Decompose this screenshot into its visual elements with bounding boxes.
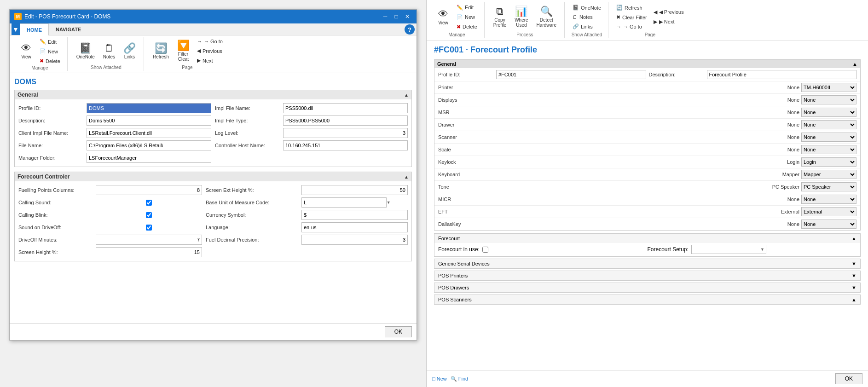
right-ribbon-page-group: 🔄 Refresh ✖ Clear Filter → → Go to ◀: [609, 2, 691, 38]
collapsible-section-0: Generic Serial Devices▼: [434, 259, 861, 269]
device-row-7: KeyboardMapperMapper: [434, 168, 860, 181]
manager-folder-input[interactable]: [87, 153, 211, 163]
sound-driveoff-checkbox[interactable]: [96, 225, 202, 231]
client-impl-input[interactable]: [87, 128, 211, 138]
maximize-button[interactable]: □: [392, 12, 401, 21]
tab-nav-back[interactable]: ▼: [12, 23, 20, 35]
device-value-9: None: [493, 196, 801, 202]
right-edit-button[interactable]: ✏️ Edit: [454, 3, 480, 12]
where-used-button[interactable]: 📊 WhereUsed: [511, 4, 531, 30]
screen-height-input[interactable]: [96, 247, 202, 257]
right-previous-button[interactable]: ◀ ◀ Previous: [651, 8, 686, 17]
device-dropdown-5[interactable]: None: [801, 145, 856, 154]
right-general-header[interactable]: General ▲: [434, 60, 860, 68]
impl-file-type-input[interactable]: [283, 116, 408, 126]
ribbon: 👁 View ✏️ Edit 📄 New ✖ Delete: [10, 35, 417, 73]
device-dropdown-4[interactable]: None: [801, 133, 856, 142]
controller-host-input[interactable]: [283, 140, 408, 150]
fuelling-columns-input[interactable]: [96, 185, 202, 195]
right-clear-filter-button[interactable]: ✖ Clear Filter: [614, 13, 649, 22]
device-dropdown-3[interactable]: None: [801, 120, 856, 129]
profile-id-input[interactable]: [87, 103, 211, 113]
collapsible-section-1: POS Printers▼: [434, 271, 861, 281]
right-notes-button[interactable]: 🗒 Notes: [570, 13, 603, 21]
impl-file-name-input[interactable]: [283, 103, 408, 113]
forecourt-setup-input[interactable]: [692, 246, 759, 253]
right-delete-button[interactable]: ✖ Delete: [454, 23, 480, 31]
links-button[interactable]: 🔗 Links: [120, 41, 139, 62]
device-value-2: None: [493, 110, 801, 115]
collapsible-header-1[interactable]: POS Printers▼: [434, 271, 860, 280]
device-dropdown-1[interactable]: None: [801, 95, 856, 104]
detect-hardware-button[interactable]: 🔍 DetectHardware: [533, 4, 560, 30]
device-dropdown-8[interactable]: PC Speaker: [801, 182, 856, 191]
copy-profile-button[interactable]: ⧉ CopyProfile: [490, 4, 509, 30]
device-row-11: DallasKeyNoneNone: [434, 218, 860, 230]
refresh-button[interactable]: 🔄 Refresh: [150, 41, 172, 62]
close-button[interactable]: ✕: [403, 12, 412, 21]
right-next-button[interactable]: ▶ ▶ Next: [651, 17, 686, 26]
next-button[interactable]: ▶ Next: [195, 56, 225, 65]
onenote-button[interactable]: 📓 OneNote: [73, 41, 98, 62]
view-icon: 👁: [21, 43, 31, 53]
forecourt-subsection-header[interactable]: Forecourt ▲: [434, 234, 860, 243]
collapsible-arrow-2: ▼: [851, 285, 856, 290]
calling-sound-checkbox[interactable]: [96, 200, 202, 206]
right-next-icon: ▶: [654, 19, 657, 25]
calling-blink-checkbox[interactable]: [96, 212, 202, 218]
base-unit-input[interactable]: [301, 197, 387, 208]
device-dropdown-2[interactable]: None: [801, 108, 856, 117]
driveoff-minutes-input[interactable]: [96, 235, 202, 245]
forecourt-collapse-button[interactable]: ▲: [404, 174, 409, 179]
device-dropdown-7[interactable]: Mapper: [801, 170, 856, 179]
tab-navigate[interactable]: NAVIGATE: [49, 23, 88, 35]
right-ribbon: 👁 View ✏️ Edit 📄 New ✖ Delete: [427, 0, 868, 40]
device-value-10: External: [493, 209, 801, 214]
help-button[interactable]: ?: [405, 24, 415, 35]
minimize-button[interactable]: ─: [381, 12, 390, 21]
right-onenote-button[interactable]: 📓 OneNote: [570, 3, 603, 12]
right-refresh-button[interactable]: 🔄 Refresh: [614, 3, 649, 12]
currency-symbol-input[interactable]: [301, 210, 408, 220]
tab-home[interactable]: HOME: [20, 23, 49, 35]
right-goto-button[interactable]: → → Go to: [614, 23, 649, 31]
device-dropdown-6[interactable]: Login: [801, 157, 856, 167]
forecourt-in-use-checkbox[interactable]: [482, 247, 488, 253]
device-dropdown-0[interactable]: TM-H6000II: [801, 83, 856, 92]
forecourt-setup-dropdown[interactable]: ▼: [759, 247, 766, 252]
device-dropdown-10[interactable]: External: [801, 207, 856, 216]
right-new-button-footer[interactable]: □ New: [432, 376, 447, 381]
description-input[interactable]: [87, 116, 211, 126]
collapsible-header-2[interactable]: POS Drawers▼: [434, 283, 860, 292]
edit-button[interactable]: ✏️ Edit: [37, 37, 63, 46]
fuel-decimal-input[interactable]: [301, 235, 408, 245]
next-icon: ▶: [197, 58, 201, 64]
collapsible-header-3[interactable]: POS Scanners▲: [434, 295, 860, 304]
filter-cleat-button[interactable]: 🔽 FilterCleat: [174, 38, 193, 64]
right-description-input[interactable]: [707, 70, 857, 79]
device-label-3: Drawer: [438, 122, 493, 127]
right-ok-button[interactable]: OK: [835, 373, 862, 384]
base-unit-dropdown-arrow[interactable]: ▼: [387, 200, 391, 205]
device-dropdown-9[interactable]: None: [801, 195, 856, 204]
right-links-button[interactable]: 🔗 Links: [570, 22, 603, 31]
general-collapse-button[interactable]: ▲: [404, 92, 409, 98]
left-ok-button[interactable]: OK: [385, 326, 412, 337]
previous-button[interactable]: ◀ Previous: [195, 46, 225, 55]
screen-ext-height-input[interactable]: [301, 185, 408, 195]
view-button[interactable]: 👁 View: [17, 41, 35, 62]
right-find-button[interactable]: 🔍 Find: [451, 376, 468, 382]
device-row-5: ScaleNoneNone: [434, 144, 860, 156]
right-profile-id-input[interactable]: [496, 70, 646, 79]
new-button[interactable]: 📄 New: [37, 47, 63, 56]
right-view-button[interactable]: 👁 View: [434, 7, 452, 28]
file-name-input[interactable]: [87, 140, 211, 150]
notes-button[interactable]: 🗒 Notes: [100, 41, 118, 62]
right-new-button[interactable]: 📄 New: [454, 13, 480, 22]
goto-button[interactable]: → → Go to: [195, 37, 225, 46]
language-input[interactable]: [301, 222, 408, 232]
device-dropdown-11[interactable]: None: [801, 219, 856, 229]
log-level-input[interactable]: [283, 128, 408, 138]
collapsible-header-0[interactable]: Generic Serial Devices▼: [434, 259, 860, 268]
delete-button[interactable]: ✖ Delete: [37, 57, 63, 65]
